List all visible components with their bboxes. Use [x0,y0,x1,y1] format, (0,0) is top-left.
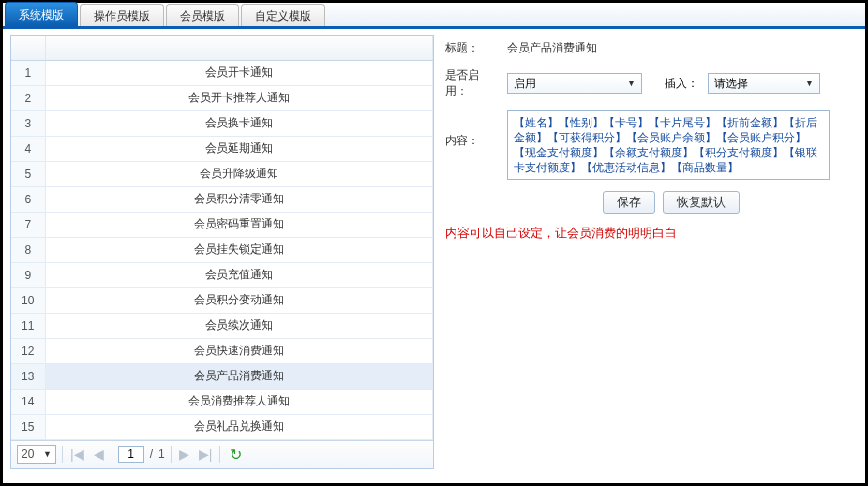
caret-down-icon: ▼ [43,449,52,459]
form-panel: 标题： 会员产品消费通知 是否启用： 启用 ▼ 插入： 请选择 ▼ 内容： 【姓… [441,35,858,469]
caret-down-icon: ▼ [627,79,636,88]
row-index: 4 [11,136,45,161]
table-row[interactable]: 14会员消费推荐人通知 [11,389,433,414]
row-name: 会员开卡推荐人通知 [45,85,433,110]
table-row[interactable]: 15会员礼品兑换通知 [11,414,433,439]
row-name: 会员延期通知 [45,136,433,161]
pager-last-icon[interactable]: ▶| [197,447,215,462]
template-list-panel: 1会员开卡通知2会员开卡推荐人通知3会员换卡通知4会员延期通知5会员升降级通知6… [10,35,434,469]
tab-system-template[interactable]: 系统模版 [5,2,78,26]
table-row[interactable]: 1会员开卡通知 [11,60,433,85]
row-name: 会员礼品兑换通知 [45,414,433,439]
content-label: 内容： [445,110,498,149]
row-index: 6 [11,186,45,212]
table-row[interactable]: 8会员挂失锁定通知 [11,237,433,262]
row-name: 会员续次通知 [45,313,433,338]
pager-first-icon[interactable]: |◀ [68,447,86,462]
content-textarea[interactable]: 【姓名】【性别】【卡号】【卡片尾号】【折前金额】【折后金额】【可获得积分】【会员… [507,110,830,180]
row-index: 7 [11,212,45,237]
title-value: 会员产品消费通知 [507,40,597,56]
enable-label: 是否启用： [445,67,498,99]
col-name [45,36,433,60]
row-name: 会员产品消费通知 [45,363,433,389]
row-name: 会员消费推荐人通知 [45,389,433,414]
row-index: 12 [11,338,45,363]
caret-down-icon: ▼ [805,79,814,88]
row-index: 11 [11,313,45,338]
row-index: 14 [11,389,45,414]
table-row[interactable]: 2会员开卡推荐人通知 [11,85,433,110]
tab-operator-template[interactable]: 操作员模版 [80,4,164,26]
row-name: 会员挂失锁定通知 [45,237,433,262]
table-row[interactable]: 3会员换卡通知 [11,110,433,136]
row-name: 会员积分清零通知 [45,186,433,212]
title-label: 标题： [445,40,498,56]
row-name: 会员换卡通知 [45,110,433,136]
table-row[interactable]: 11会员续次通知 [11,313,433,338]
insert-select[interactable]: 请选择 ▼ [708,73,820,94]
row-name: 会员积分变动通知 [45,287,433,313]
insert-value: 请选择 [714,76,748,92]
template-table: 1会员开卡通知2会员开卡推荐人通知3会员换卡通知4会员延期通知5会员升降级通知6… [11,36,433,440]
table-row[interactable]: 9会员充值通知 [11,262,433,287]
page-size-value: 20 [22,448,34,461]
row-index: 15 [11,414,45,439]
pager-total: 1 [158,448,165,461]
table-row[interactable]: 7会员密码重置通知 [11,212,433,237]
page-size-selector[interactable]: 20 ▼ [17,445,56,464]
table-row[interactable]: 6会员积分清零通知 [11,186,433,212]
pager-page-input[interactable] [118,446,144,463]
hint-text: 内容可以自己设定，让会员消费的明明白白 [441,219,858,247]
enable-value: 启用 [514,76,536,92]
pager-prev-icon[interactable]: ◀ [92,447,106,462]
row-index: 9 [11,262,45,287]
save-button[interactable]: 保存 [603,191,655,214]
table-row[interactable]: 5会员升降级通知 [11,161,433,186]
row-index: 5 [11,161,45,186]
row-name: 会员开卡通知 [45,60,433,85]
row-index: 2 [11,85,45,110]
row-name: 会员充值通知 [45,262,433,287]
table-row[interactable]: 12会员快速消费通知 [11,338,433,363]
tab-custom-template[interactable]: 自定义模版 [241,4,325,26]
tab-bar: 系统模版 操作员模版 会员模版 自定义模版 [3,3,865,29]
row-index: 3 [11,110,45,136]
pager: 20 ▼ |◀ ◀ / 1 ▶ ▶| ↻ [11,440,433,468]
insert-label: 插入： [665,76,698,92]
tab-member-template[interactable]: 会员模版 [166,4,239,26]
col-index [11,36,45,60]
pager-next-icon[interactable]: ▶ [177,447,191,462]
row-name: 会员快速消费通知 [45,338,433,363]
row-name: 会员密码重置通知 [45,212,433,237]
row-name: 会员升降级通知 [45,161,433,186]
pager-sep: / [150,448,153,461]
enable-select[interactable]: 启用 ▼ [507,73,642,94]
table-row[interactable]: 10会员积分变动通知 [11,287,433,313]
row-index: 1 [11,60,45,85]
table-row[interactable]: 4会员延期通知 [11,136,433,161]
refresh-icon[interactable]: ↻ [230,446,242,464]
row-index: 8 [11,237,45,262]
row-index: 13 [11,363,45,389]
table-row[interactable]: 13会员产品消费通知 [11,363,433,389]
restore-default-button[interactable]: 恢复默认 [663,191,740,214]
row-index: 10 [11,287,45,313]
